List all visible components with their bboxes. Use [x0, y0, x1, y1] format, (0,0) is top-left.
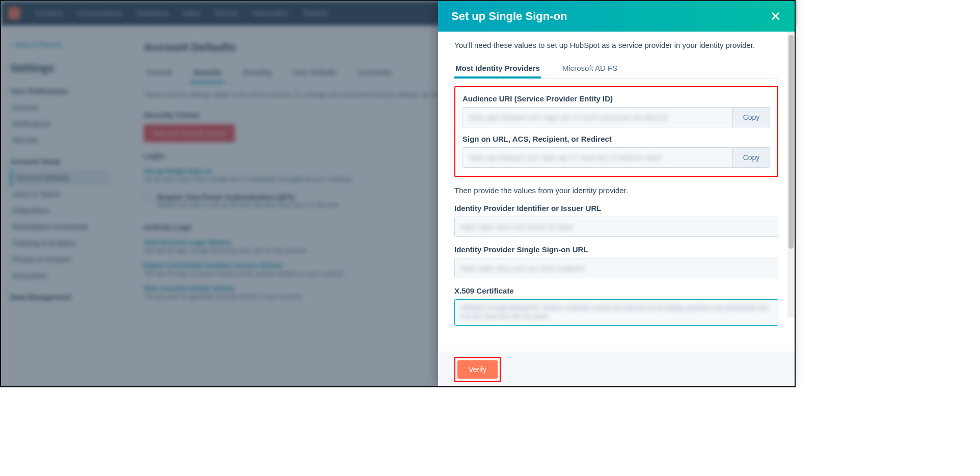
- idp-identifier-input[interactable]: https login okta com issuer id value: [454, 217, 778, 237]
- nav-item[interactable]: Automation: [253, 9, 289, 17]
- panel-body: You'll need these values to set up HubSp…: [438, 32, 795, 352]
- back-link[interactable]: ‹ Back to Reports: [10, 41, 109, 48]
- sidebar-item-ecosystem[interactable]: Ecosystem: [10, 268, 109, 284]
- panel-title: Set up Single Sign-on: [451, 10, 567, 23]
- signon-url-row: https api hubspot com login api v1 saml …: [462, 147, 770, 168]
- back-link-label: Back to Reports: [15, 41, 63, 48]
- sidebar-item-general[interactable]: General: [10, 99, 109, 116]
- service-provider-values-box: Audience URI (Service Provider Entity ID…: [454, 86, 778, 177]
- copy-audience-button[interactable]: Copy: [732, 107, 770, 127]
- tab-security[interactable]: Security: [190, 63, 225, 83]
- chevron-left-icon: ‹: [10, 41, 12, 48]
- idp-sso-url-label: Identity Provider Single Sign-on URL: [454, 245, 778, 254]
- close-icon[interactable]: ✕: [770, 10, 781, 23]
- tab-user-defaults[interactable]: User Defaults: [290, 63, 339, 83]
- settings-sidebar: ‹ Back to Reports Settings Your Preferen…: [1, 32, 118, 314]
- view-security-center-button[interactable]: View the Security Center: [144, 124, 235, 142]
- verify-highlight-box: Verify: [454, 357, 501, 382]
- twofa-checkbox[interactable]: [144, 194, 152, 202]
- sidebar-section-preferences: Your Preferences: [10, 87, 109, 95]
- nav-item[interactable]: Reports: [303, 9, 328, 17]
- sidebar-item-integrations[interactable]: Integrations: [10, 202, 109, 219]
- twofa-label: Require Two-Factor Authentication (2FA): [157, 193, 340, 201]
- nav-item[interactable]: Service: [214, 9, 238, 17]
- sidebar-item-marketplace[interactable]: Marketplace Downloads: [10, 219, 109, 235]
- panel-footer: Verify: [438, 352, 795, 386]
- panel-scrollbar[interactable]: [787, 32, 795, 317]
- sidebar-item-tracking[interactable]: Tracking & Analytics: [10, 235, 109, 251]
- copy-signon-button[interactable]: Copy: [732, 147, 770, 168]
- sidebar-section-data: Data Management: [10, 293, 109, 301]
- nav-item[interactable]: Conversations: [77, 9, 123, 17]
- nav-item[interactable]: Sales: [182, 9, 200, 17]
- signon-url-value: https api hubspot com login api v1 saml …: [462, 147, 732, 168]
- idp-sso-url-input[interactable]: https login okta com sso saml endpoint: [454, 258, 778, 278]
- signon-url-label: Sign on URL, ACS, Recipient, or Redirect: [462, 135, 770, 143]
- x509-cert-textarea[interactable]: MIIDpDCCAoygAwIBAgIGAV random certificat…: [454, 299, 778, 326]
- hubspot-logo-icon: [8, 7, 20, 19]
- sidebar-item-account-defaults[interactable]: Account Defaults: [10, 170, 109, 186]
- scrollbar-thumb[interactable]: [788, 35, 794, 249]
- verify-button[interactable]: Verify: [457, 360, 498, 379]
- settings-title: Settings: [10, 62, 109, 75]
- provider-tabs: Most Identity Providers Microsoft AD FS: [454, 59, 778, 79]
- panel-intro-text: You'll need these values to set up HubSp…: [454, 41, 778, 49]
- sidebar-item-users-teams[interactable]: Users & Teams: [10, 186, 109, 202]
- tab-microsoft-adfs[interactable]: Microsoft AD FS: [561, 59, 618, 78]
- audience-uri-value: https app hubspot com login api v1 saml …: [462, 107, 732, 127]
- tab-currencies[interactable]: Currencies: [355, 63, 395, 83]
- then-provide-text: Then provide the values from your identi…: [454, 186, 778, 195]
- idp-identifier-label: Identity Provider Identifier or Issuer U…: [454, 204, 778, 213]
- sso-panel: Set up Single Sign-on ✕ You'll need thes…: [438, 1, 795, 386]
- audience-uri-label: Audience URI (Service Provider Entity ID…: [462, 94, 770, 103]
- tab-general[interactable]: General: [144, 63, 175, 83]
- sidebar-item-security[interactable]: Security: [10, 132, 109, 148]
- sidebar-section-account: Account Setup: [10, 157, 109, 166]
- nav-item[interactable]: Contacts: [35, 9, 63, 17]
- twofa-desc: Require all users to set up 2FA the next…: [157, 201, 340, 208]
- sidebar-item-privacy[interactable]: Privacy & Consent: [10, 251, 109, 268]
- tab-branding[interactable]: Branding: [240, 63, 275, 83]
- nav-item[interactable]: Marketing: [137, 9, 168, 17]
- panel-header: Set up Single Sign-on ✕: [438, 1, 795, 32]
- sidebar-item-notifications[interactable]: Notifications: [10, 116, 109, 132]
- audience-uri-row: https app hubspot com login api v1 saml …: [462, 107, 770, 127]
- tab-most-providers[interactable]: Most Identity Providers: [454, 59, 541, 78]
- x509-cert-label: X.509 Certificate: [454, 286, 778, 295]
